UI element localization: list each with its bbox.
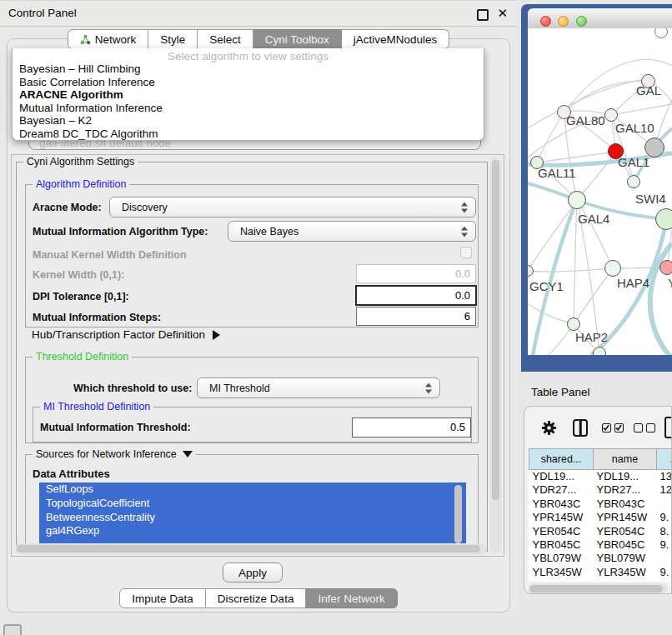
cyni-algorithm-settings-group: Cyni Algorithm Settings Algorithm Defini…: [16, 162, 488, 552]
aracne-mode-label: Aracne Mode:: [33, 202, 102, 213]
tab-select[interactable]: Select: [198, 29, 253, 49]
cell[interactable]: YPR145W: [529, 511, 594, 524]
split-columns-icon[interactable]: [573, 419, 588, 437]
cell[interactable]: YER054C: [594, 525, 657, 538]
table-row[interactable]: YIL052CYIL052C9: [529, 579, 672, 582]
algorithm-option-bayesian-hill-climbing[interactable]: Bayesian – Hill Climbing: [13, 62, 484, 76]
network-node-salmon[interactable]: [659, 260, 672, 275]
network-node-unlabeled-bottom[interactable]: [593, 347, 606, 355]
algorithm-option-basic-correlation[interactable]: Basic Correlation Inference: [13, 76, 484, 89]
network-node-hap4[interactable]: [604, 260, 621, 277]
table-row[interactable]: YPR145WYPR145W9.: [529, 511, 672, 524]
attribute-betweennesscentrality[interactable]: BetweennessCentrality: [39, 511, 466, 525]
network-node-swi4[interactable]: [655, 208, 672, 230]
kernel-width-field[interactable]: 0.0: [356, 264, 476, 283]
tab-impute-data[interactable]: Impute Data: [119, 588, 206, 608]
sources-group-title: Sources for Network Inference: [33, 448, 196, 460]
tab-network[interactable]: Network: [68, 29, 149, 49]
cell[interactable]: 9: [657, 579, 672, 582]
cell[interactable]: 8.: [657, 525, 672, 538]
aracne-mode-combobox[interactable]: Discovery: [109, 197, 476, 218]
tab-infer-network[interactable]: Infer Network: [306, 588, 397, 608]
cell[interactable]: YBR043C: [529, 498, 594, 511]
close-traffic-light-icon[interactable]: [540, 16, 551, 27]
attribute-gal4rgexp[interactable]: gal4RGexp: [39, 524, 466, 538]
network-node-hap2[interactable]: [567, 318, 580, 331]
hub-tf-definition-expander[interactable]: Hub/Transcription Factor Definition: [32, 328, 220, 341]
minimize-traffic-light-icon[interactable]: [558, 16, 569, 27]
settings-horizontal-scrollbar-thumb[interactable]: [17, 545, 480, 552]
tab-style[interactable]: Style: [148, 29, 198, 49]
algorithm-option-bayesian-k2[interactable]: Bayesian – K2: [13, 114, 484, 128]
cell[interactable]: [657, 552, 672, 565]
document-icon[interactable]: [664, 417, 672, 438]
network-canvas[interactable]: GAL GAL80 GAL10 GAL1 GAL11 SWI4 GAL4 GCY…: [528, 28, 672, 355]
tab-discretize-data[interactable]: Discretize Data: [206, 588, 307, 608]
attribute-topologicalcoefficient[interactable]: TopologicalCoefficient: [39, 497, 466, 511]
table-row[interactable]: YDL19...YDL19...13: [529, 470, 672, 484]
mi-type-combobox[interactable]: Naive Bayes: [228, 221, 476, 242]
dpi-tolerance-field[interactable]: 0.0: [355, 285, 477, 306]
cell[interactable]: YBR043C: [594, 498, 657, 511]
which-threshold-combobox[interactable]: MI Threshold: [197, 378, 440, 398]
table-row[interactable]: YLR345WYLR345W9.: [529, 566, 672, 579]
float-window-icon[interactable]: [477, 9, 489, 21]
cell[interactable]: YIL052C: [529, 579, 594, 582]
cell[interactable]: YBR045C: [529, 538, 594, 552]
cell[interactable]: YDL19...: [594, 470, 657, 484]
network-node-gal10[interactable]: [604, 108, 618, 122]
select-all-unchecked-icon[interactable]: [634, 423, 659, 438]
cell[interactable]: 9.: [657, 566, 672, 579]
cell[interactable]: 12: [657, 483, 672, 497]
column-header-shared-name[interactable]: shared...: [529, 449, 594, 470]
cell[interactable]: YDR27...: [594, 483, 657, 497]
cell[interactable]: YDR27...: [529, 483, 594, 497]
apply-button[interactable]: Apply: [223, 562, 283, 582]
select-all-checked-icon[interactable]: [602, 423, 627, 438]
cell[interactable]: YLR345W: [594, 566, 657, 579]
column-header-partial[interactable]: A: [657, 449, 672, 470]
manual-kernel-label: Manual Kernel Width Definition: [33, 249, 187, 261]
cell[interactable]: YBR045C: [594, 538, 657, 552]
mi-threshold-label: Mutual Information Threshold:: [40, 422, 191, 433]
settings-gear-icon[interactable]: [540, 419, 558, 440]
table-row[interactable]: YER054CYER054C8.: [529, 525, 672, 538]
cell[interactable]: [657, 498, 672, 511]
algorithm-option-mutual-information[interactable]: Mutual Information Inference: [13, 102, 484, 115]
minimized-panel-chip[interactable]: [3, 624, 22, 635]
cell[interactable]: YLR345W: [529, 566, 594, 579]
tab-cyni-toolbox[interactable]: Cyni Toolbox: [253, 29, 342, 49]
column-header-name[interactable]: name: [594, 449, 657, 470]
tab-jactivemnodules[interactable]: jActiveMNodules: [342, 29, 450, 49]
cell[interactable]: 13: [657, 470, 672, 484]
algorithm-option-dream8[interactable]: Dream8 DC_TDC Algorithm: [13, 128, 484, 141]
close-window-icon[interactable]: ✕: [497, 6, 508, 21]
mi-type-label: Mutual Information Algorithm Type:: [33, 226, 208, 238]
cell[interactable]: YBL079W: [529, 552, 594, 565]
settings-vertical-scrollbar-thumb[interactable]: [492, 160, 499, 500]
zoom-traffic-light-icon[interactable]: [576, 16, 587, 27]
network-node-label: SWI4: [635, 192, 666, 206]
attribute-list-scrollbar[interactable]: [454, 485, 462, 543]
cell[interactable]: YBL079W: [594, 552, 657, 565]
network-node-unlabeled-green[interactable]: [627, 175, 640, 188]
mi-threshold-field[interactable]: 0.5: [352, 418, 471, 438]
table-row[interactable]: YBR045CYBR045C9.: [529, 538, 672, 552]
manual-kernel-checkbox[interactable]: [460, 247, 472, 258]
mi-steps-field[interactable]: 6: [356, 307, 476, 326]
network-node-label: GAL1: [618, 155, 649, 169]
table-row[interactable]: YBR043CYBR043C: [529, 498, 672, 511]
attribute-selfloops[interactable]: SelfLoops: [39, 482, 466, 497]
network-node-gal4[interactable]: [568, 191, 586, 209]
cell[interactable]: 9.: [657, 511, 672, 524]
cell[interactable]: YIL052C: [594, 579, 657, 582]
table-row[interactable]: YDR27...YDR27...12: [529, 483, 672, 497]
table-horizontal-scrollbar-thumb[interactable]: [529, 585, 663, 592]
algorithm-option-aracne[interactable]: ARACNE Algorithm: [13, 88, 484, 102]
cell[interactable]: YPR145W: [594, 511, 657, 524]
cell[interactable]: 9.: [657, 538, 672, 552]
network-node-label: GAL4: [578, 212, 609, 226]
table-row[interactable]: YBL079WYBL079W: [529, 552, 672, 565]
cell[interactable]: YER054C: [529, 525, 594, 538]
cell[interactable]: YDL19...: [529, 470, 594, 484]
